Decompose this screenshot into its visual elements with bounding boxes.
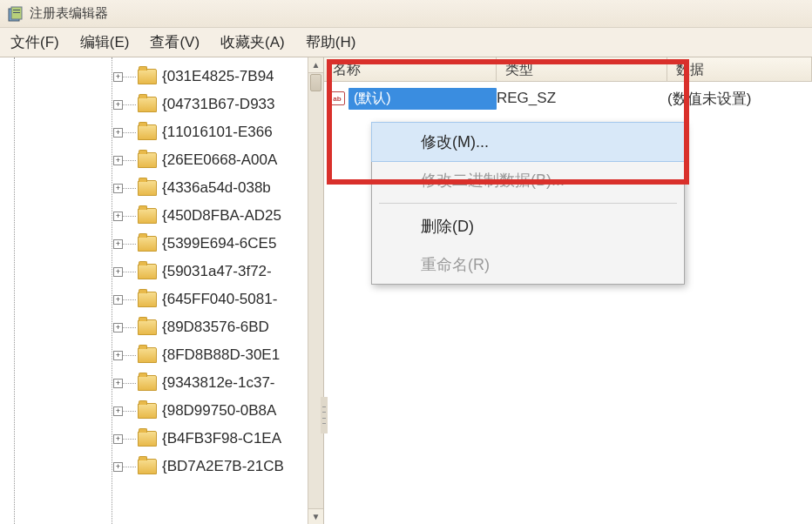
folder-icon (138, 264, 157, 279)
value-name[interactable]: (默认) (348, 88, 497, 110)
ctx-separator (379, 203, 677, 204)
window-titlebar: 注册表编辑器 (0, 0, 812, 28)
context-menu: 修改(M)... 修改二进制数据(B)... 删除(D) 重命名(R) (371, 122, 685, 285)
expand-box-icon[interactable]: + (113, 184, 123, 193)
expand-box-icon[interactable]: + (113, 462, 123, 472)
expand-box-icon[interactable]: + (113, 295, 123, 305)
ctx-delete[interactable]: 删除(D) (372, 207, 684, 245)
menu-edit[interactable]: 编辑(E) (80, 32, 130, 52)
tree-item-label: {BD7A2E7B-21CB (162, 458, 284, 475)
tree-item-label: {9343812e-1c37- (162, 374, 275, 392)
tree-item[interactable]: +{89D83576-6BD (7, 313, 323, 341)
folder-icon (138, 375, 157, 391)
tree-item-label: {26EE0668-A00A (162, 151, 277, 169)
folder-icon (138, 152, 157, 168)
regedit-icon (7, 5, 24, 23)
menubar: 文件(F) 编辑(E) 查看(V) 收藏夹(A) 帮助(H) (0, 28, 812, 57)
folder-icon (138, 431, 157, 447)
expand-box-icon[interactable]: + (113, 379, 123, 388)
column-data[interactable]: 数据 (667, 57, 812, 81)
expand-box-icon[interactable]: + (113, 323, 123, 333)
tree-item[interactable]: +{11016101-E366 (7, 118, 323, 146)
tree-item[interactable]: +{4336a54d-038b (7, 174, 323, 202)
tree-item[interactable]: +{BD7A2E7B-21CB (7, 453, 323, 480)
splitter-handle[interactable] (321, 397, 328, 433)
tree-pane[interactable]: +{031E4825-7B94+{04731B67-D933+{11016101… (0, 57, 324, 524)
tree-item-label: {450D8FBA-AD25 (162, 207, 281, 225)
list-row[interactable]: ab (默认) REG_SZ (数值未设置) (324, 85, 812, 111)
folder-icon (138, 347, 157, 363)
menu-file[interactable]: 文件(F) (10, 32, 59, 52)
svg-rect-2 (13, 10, 20, 10)
folder-icon (138, 319, 157, 335)
column-type[interactable]: 类型 (497, 57, 667, 81)
tree-item[interactable]: +{450D8FBA-AD25 (7, 202, 323, 230)
tree-item-label: {5399E694-6CE5 (162, 235, 276, 252)
tree-item[interactable]: +{98D99750-0B8A (7, 397, 323, 425)
column-name[interactable]: 名称 (324, 57, 497, 81)
ctx-modify-binary[interactable]: 修改二进制数据(B)... (372, 161, 684, 199)
tree-item[interactable]: +{031E4825-7B94 (7, 63, 323, 91)
tree-item-label: {031E4825-7B94 (162, 68, 274, 85)
tree-item[interactable]: +{59031a47-3f72- (7, 258, 323, 286)
folder-icon (138, 403, 157, 419)
folder-icon (138, 459, 157, 474)
folder-icon (138, 208, 157, 224)
expand-box-icon[interactable]: + (113, 128, 123, 138)
expand-box-icon[interactable]: + (113, 406, 123, 416)
scroll-thumb[interactable] (310, 74, 321, 91)
tree-item[interactable]: +{B4FB3F98-C1EA (7, 425, 323, 453)
expand-box-icon[interactable]: + (113, 267, 123, 277)
tree-item-label: {4336a54d-038b (162, 179, 271, 197)
window-title: 注册表编辑器 (30, 5, 108, 22)
tree-item[interactable]: +{04731B67-D933 (7, 91, 323, 118)
folder-icon (138, 180, 157, 196)
expand-box-icon[interactable]: + (113, 100, 123, 110)
tree-item[interactable]: +{5399E694-6CE5 (7, 230, 323, 258)
expand-box-icon[interactable]: + (113, 351, 123, 360)
svg-rect-3 (13, 12, 20, 13)
folder-icon (138, 69, 157, 84)
expand-box-icon[interactable]: + (113, 156, 123, 165)
value-data: (数值未设置) (667, 89, 751, 109)
folder-icon (138, 236, 157, 252)
tree-item[interactable]: +{8FD8B88D-30E1 (7, 341, 323, 369)
ctx-modify[interactable]: 修改(M)... (371, 122, 685, 162)
expand-box-icon[interactable]: + (113, 212, 123, 221)
ctx-rename[interactable]: 重命名(R) (372, 245, 684, 284)
tree-item-label: {645FF040-5081- (162, 291, 277, 308)
scroll-down-arrow-icon[interactable]: ▼ (308, 508, 323, 524)
tree-item-label: {59031a47-3f72- (162, 263, 272, 280)
menu-help[interactable]: 帮助(H) (306, 32, 356, 52)
folder-icon (138, 292, 157, 307)
tree-item-label: {8FD8B88D-30E1 (162, 346, 280, 364)
tree-scrollbar[interactable]: ▲ ▼ (308, 57, 323, 524)
string-value-icon: ab (329, 91, 345, 105)
value-type: REG_SZ (497, 90, 667, 107)
menu-view[interactable]: 查看(V) (150, 32, 200, 52)
tree-item-label: {11016101-E366 (162, 124, 273, 141)
menu-favorites[interactable]: 收藏夹(A) (220, 32, 285, 52)
expand-box-icon[interactable]: + (113, 434, 123, 444)
expand-box-icon[interactable]: + (113, 72, 123, 82)
tree-item[interactable]: +{645FF040-5081- (7, 286, 323, 313)
tree-item[interactable]: +{26EE0668-A00A (7, 146, 323, 174)
folder-icon (138, 124, 157, 140)
scroll-up-arrow-icon[interactable]: ▲ (308, 57, 323, 73)
tree-item-label: {89D83576-6BD (162, 319, 269, 336)
tree-item-label: {04731B67-D933 (162, 96, 275, 113)
list-header: 名称 类型 数据 (324, 57, 812, 82)
tree-item-label: {B4FB3F98-C1EA (162, 430, 281, 447)
tree-item[interactable]: +{9343812e-1c37- (7, 369, 323, 397)
folder-icon (138, 97, 157, 112)
expand-box-icon[interactable]: + (113, 239, 123, 249)
tree-item-label: {98D99750-0B8A (162, 402, 276, 420)
